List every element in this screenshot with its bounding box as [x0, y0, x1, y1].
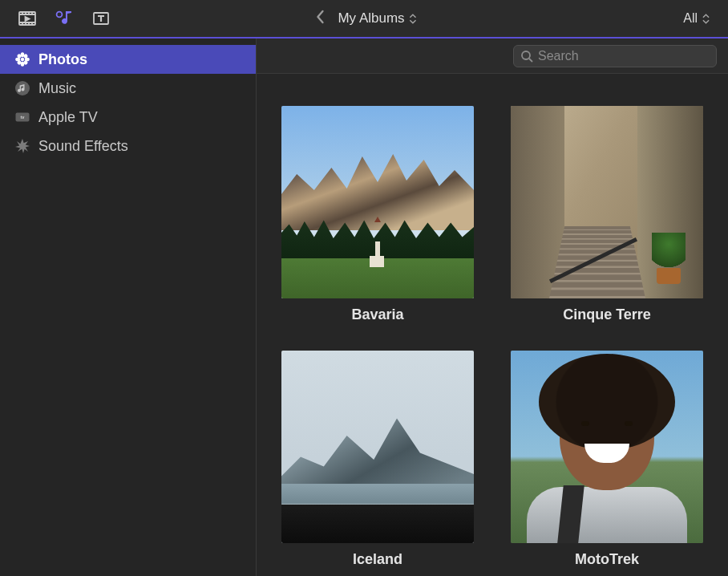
- album-thumbnail: [281, 106, 474, 298]
- album-item[interactable]: Bavaria: [281, 106, 474, 323]
- album-thumbnail: [281, 351, 474, 543]
- clips-library-icon[interactable]: [16, 8, 38, 29]
- music-note-icon: [14, 80, 30, 96]
- search-row: [257, 39, 728, 74]
- chevron-updown-icon: [702, 12, 710, 25]
- svg-text:tv: tv: [21, 115, 26, 120]
- breadcrumb-title: My Albums: [338, 10, 404, 26]
- svg-point-1: [57, 12, 63, 18]
- sidebar-item-label: Photos: [38, 51, 87, 68]
- albums-grid: Bavaria Cinque Terre Iceland: [257, 74, 728, 576]
- breadcrumb: My Albums: [310, 5, 417, 32]
- sidebar-item-music[interactable]: Music: [0, 74, 256, 103]
- sidebar-item-label: Apple TV: [38, 109, 98, 126]
- sound-burst-icon: [14, 138, 30, 154]
- sidebar-item-label: Music: [38, 80, 76, 97]
- svg-point-15: [522, 51, 530, 59]
- apple-tv-icon: tv: [14, 109, 30, 125]
- album-thumbnail: [511, 106, 703, 298]
- breadcrumb-popup[interactable]: My Albums: [338, 10, 417, 26]
- chevron-updown-icon: [410, 12, 418, 25]
- album-item[interactable]: Iceland: [281, 351, 474, 568]
- album-label: MotoTrek: [575, 551, 639, 568]
- svg-point-3: [21, 58, 24, 61]
- sidebar-item-apple-tv[interactable]: tv Apple TV: [0, 103, 256, 132]
- album-label: Cinque Terre: [563, 306, 651, 323]
- media-library-icon[interactable]: [53, 8, 75, 29]
- sidebar-item-photos[interactable]: Photos: [0, 45, 256, 74]
- search-field[interactable]: [513, 45, 717, 67]
- back-button[interactable]: [310, 5, 330, 32]
- photos-flower-icon: [14, 51, 30, 67]
- search-icon: [520, 50, 533, 63]
- source-sidebar: Photos Music tv Apple TV Sound Effects: [0, 39, 257, 576]
- toolbar-mode-switcher: [0, 8, 257, 29]
- toolbar: My Albums All: [0, 0, 728, 39]
- album-label: Bavaria: [351, 306, 403, 323]
- album-item[interactable]: MotoTrek: [511, 351, 703, 568]
- media-browser-window: My Albums All: [0, 0, 728, 576]
- album-item[interactable]: Cinque Terre: [511, 106, 703, 323]
- search-input[interactable]: [538, 49, 710, 63]
- filter-label: All: [683, 11, 698, 26]
- album-thumbnail: [511, 351, 703, 543]
- filter-popup[interactable]: All: [683, 11, 710, 26]
- sidebar-item-label: Sound Effects: [38, 138, 128, 155]
- album-label: Iceland: [353, 551, 402, 568]
- titles-library-icon[interactable]: [90, 8, 112, 29]
- content-pane: Bavaria Cinque Terre Iceland: [257, 39, 728, 576]
- sidebar-item-sound-effects[interactable]: Sound Effects: [0, 132, 256, 160]
